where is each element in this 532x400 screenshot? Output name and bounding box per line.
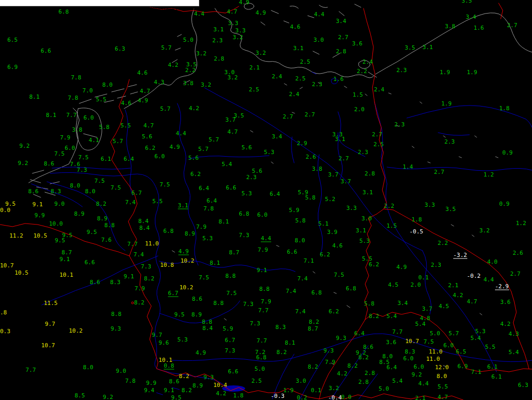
station-temp: 10.2 xyxy=(69,328,83,334)
station-temp: 8.0 xyxy=(83,364,93,370)
station-temp: 5.4 xyxy=(222,161,232,167)
station-temp: 1.8 xyxy=(499,105,510,111)
station-temp: 6.0 xyxy=(154,154,165,159)
station-temp: 9.2 xyxy=(412,372,422,378)
station-temp: 8.6 xyxy=(169,379,179,384)
station-temp: 7.4 xyxy=(286,288,296,294)
river-warta xyxy=(387,105,532,171)
station-temp: 9.1 xyxy=(59,256,70,262)
station-temp: 8.9 xyxy=(185,231,195,237)
station-temp: 4.7 xyxy=(227,9,237,15)
station-temp: 8.3 xyxy=(110,279,120,285)
station-temp: 3.0 xyxy=(313,37,324,43)
station-temp: 8.2 xyxy=(308,364,318,370)
station-temp: 8.6 xyxy=(28,189,39,194)
station-temp: 9.9 xyxy=(146,380,156,386)
station-temp: 2.2 xyxy=(185,67,196,73)
station-temp: 7.4 xyxy=(295,309,306,314)
station-temp: 2.7 xyxy=(338,156,349,161)
station-temp: 3.2 xyxy=(479,228,490,233)
station-temp: 4.5 xyxy=(439,303,449,309)
station-temp: 6.8 xyxy=(311,290,322,296)
station-temp: 6.2 xyxy=(320,252,330,257)
station-temp: 9.2 xyxy=(19,143,30,149)
station-temp: 9.3 xyxy=(323,348,334,354)
station-temp: 9.3 xyxy=(336,335,346,341)
station-temp: 4.3 xyxy=(154,79,164,85)
station-temp: 6.2 xyxy=(329,309,339,314)
station-temp: 8.1 xyxy=(285,340,295,346)
station-temp: 9.3 xyxy=(111,326,121,332)
station-temp: 6.4 xyxy=(124,156,134,162)
station-temp: 6.4 xyxy=(386,364,397,370)
coastline-baltic xyxy=(215,8,373,78)
station-temp: 2.1 xyxy=(448,283,458,288)
station-temp: 3.6 xyxy=(352,41,362,46)
station-temp: 9.7 xyxy=(45,321,55,327)
station-temp: 2.6 xyxy=(306,154,316,160)
station-temp: 8.0 xyxy=(70,183,80,189)
station-temp: 0.1 xyxy=(311,387,321,393)
station-temp: 3.1 xyxy=(422,44,433,50)
station-temp: 7.5 xyxy=(424,339,434,345)
station-temp: 2.7 xyxy=(372,132,382,137)
station-temp: 2.8 xyxy=(336,49,346,54)
station-temp: 10.1 xyxy=(59,272,74,278)
station-temp: 6.6 xyxy=(226,185,236,191)
station-temp: 2.7 xyxy=(507,22,517,28)
station-temp: 8.1 xyxy=(210,260,220,266)
station-temp: 3.1 xyxy=(178,203,188,209)
station-temp: 7.1 xyxy=(304,258,314,264)
station-temp: 2.8 xyxy=(365,171,375,177)
station-temp: 5.3 xyxy=(359,238,370,244)
station-temp: 8.1 xyxy=(219,219,229,225)
station-temp: 6.7 xyxy=(131,190,142,196)
station-temp: 4.6 xyxy=(121,100,131,106)
station-temp: 7.3 xyxy=(77,167,87,173)
station-temp: 6.9 xyxy=(457,363,468,369)
station-temp: 7.6 xyxy=(101,237,112,243)
station-temp: 9.5 xyxy=(5,201,16,207)
station-temp: 6.8 xyxy=(239,211,249,217)
station-temp: 8.8 xyxy=(259,286,270,292)
station-temp: 6.3 xyxy=(115,46,125,52)
station-temp: 2.1 xyxy=(249,65,260,70)
station-temp: 6.0 xyxy=(257,212,268,218)
station-temp: 0.9 xyxy=(502,150,513,156)
station-temp: 9.5 xyxy=(55,238,65,243)
station-temp: 5.6 xyxy=(142,134,152,139)
station-temp: 2.5 xyxy=(251,378,262,384)
station-temp: 5.3 xyxy=(475,328,486,334)
station-temp: 7.7 xyxy=(392,329,403,335)
station-temp: 3.2 xyxy=(233,34,243,40)
station-temp: 7.4 xyxy=(297,276,308,281)
station-temp: 2.8 xyxy=(358,379,369,385)
station-temp: 0.0 xyxy=(341,394,352,400)
station-temp: 9.1 xyxy=(124,274,134,279)
station-temp: 6.7 xyxy=(225,337,235,343)
station-temp: 3.8 xyxy=(312,166,322,172)
station-temp: 2.5 xyxy=(300,59,310,65)
station-temp: 5.1 xyxy=(318,221,329,227)
station-temp: 4.2 xyxy=(168,62,178,68)
station-temp: 5.7 xyxy=(198,146,209,152)
station-temp: 5.8 xyxy=(364,301,374,307)
station-temp: 7.9 xyxy=(325,359,335,365)
station-temp: 6.0 xyxy=(403,356,414,361)
station-temp: 5.5 xyxy=(120,123,131,128)
station-temp: 2.1 xyxy=(415,395,426,400)
station-temp: 4.2 xyxy=(500,321,511,327)
station-temp: 2.4 xyxy=(362,59,373,65)
station-temp: 4.5 xyxy=(388,282,398,288)
station-temp: 2.8 xyxy=(365,370,375,376)
station-temp: 9.4 xyxy=(144,387,154,393)
station-temp: 7.7 xyxy=(258,308,269,313)
station-temp: 6.6 xyxy=(41,48,51,54)
station-temp: 6.1 xyxy=(101,156,111,162)
station-temp: 7.3 xyxy=(243,301,253,307)
station-temp: 3.5 xyxy=(445,206,456,212)
station-temp: 7.5 xyxy=(334,272,344,278)
station-temp: 3.7 xyxy=(422,306,432,312)
station-temp: 8.0 xyxy=(295,238,305,243)
station-temp: 6.6 xyxy=(287,249,297,255)
